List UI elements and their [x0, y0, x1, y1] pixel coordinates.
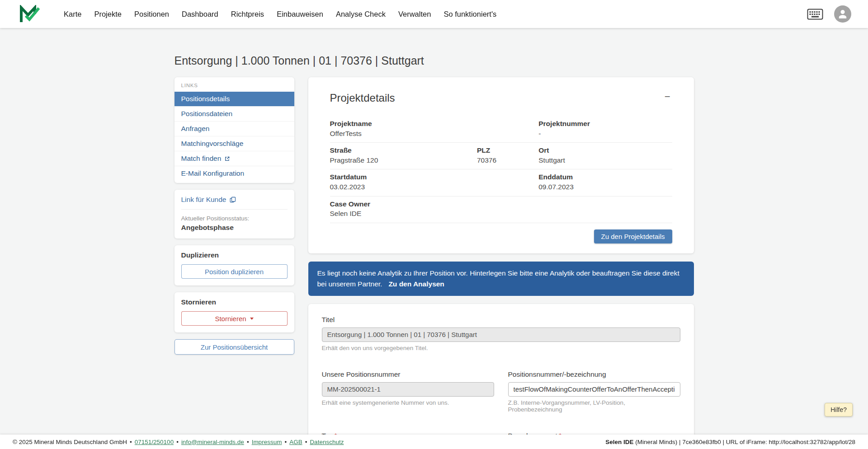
nav-item-dashboard[interactable]: Dashboard: [182, 10, 218, 19]
footer-session-info: Selen IDE (Mineral Minds) | 7ce360e83fb0…: [605, 439, 855, 445]
duplicate-card: Duplizieren Position duplizieren: [175, 245, 294, 285]
cancel-position-button[interactable]: Stornieren: [181, 311, 288, 326]
footer-user: Selen IDE: [605, 439, 633, 445]
main-column: Projektdetails − Projektname OfferTests …: [308, 77, 694, 449]
position-status-value: Angebotsphase: [181, 224, 288, 232]
links-card: LINKS Positionsdetails Positionsdateien …: [175, 77, 294, 183]
impressum-link[interactable]: Impressum: [252, 439, 282, 445]
nav-item-karte[interactable]: Karte: [64, 10, 81, 19]
titel-label: Titel: [322, 316, 680, 324]
account-menu-button[interactable]: [834, 5, 851, 23]
avatar: [834, 5, 851, 23]
footer-session-details: (Mineral Minds) | 7ce360e83fb0 | URL of …: [633, 439, 855, 445]
project-field: Case Owner Selen IDE: [330, 200, 477, 218]
sidebar-item-match-finden[interactable]: Match finden: [175, 151, 294, 166]
project-field: Startdatum 03.02.2023: [330, 173, 477, 191]
project-details-card: Projektdetails − Projektname OfferTests …: [308, 77, 694, 253]
separator: •: [284, 439, 287, 445]
project-field: Ort Stuttgart: [538, 146, 672, 164]
posnr-input: [322, 382, 494, 397]
footer-left: © 2025 Mineral Minds Deutschland GmbH • …: [13, 439, 344, 445]
copy-icon: [230, 196, 236, 203]
project-field-row: Case Owner Selen IDE: [330, 196, 672, 223]
project-field: Straße Pragstraße 120: [330, 146, 477, 164]
person-icon: [837, 8, 849, 20]
page-container: Entsorgung | 1.000 Tonnen | 01 | 70376 |…: [175, 0, 694, 449]
duplicate-heading: Duplizieren: [181, 251, 288, 259]
position-overview-button[interactable]: Zur Positionsübersicht: [175, 339, 294, 355]
extnr-label: Positionsnummer/-bezeichnung: [508, 370, 680, 379]
project-field-row: Straße Pragstraße 120 PLZ 70376 Ort Stut…: [330, 143, 672, 169]
analytics-banner: Es liegt noch keine Analytik zu Ihrer Po…: [308, 262, 694, 296]
project-field: Projektname OfferTests: [330, 120, 477, 138]
separator: •: [247, 439, 249, 445]
sidebar-item-matchingvorschlaege[interactable]: Matchingvorschläge: [175, 136, 294, 151]
nav-item-positionen[interactable]: Positionen: [134, 10, 169, 19]
top-navbar: Karte Projekte Positionen Dashboard Rich…: [0, 0, 868, 28]
external-link-icon: [224, 156, 230, 162]
nav-item-richtpreis[interactable]: Richtpreis: [231, 10, 264, 19]
position-status-label: Aktueller Positionsstatus:: [181, 215, 288, 222]
collapse-button[interactable]: −: [663, 92, 672, 102]
position-form-card: Titel Erhält den von uns vorgegebenen Ti…: [308, 304, 694, 449]
customer-link[interactable]: Link für Kunde: [181, 196, 288, 210]
project-details-title: Projektdetails: [330, 92, 395, 104]
project-fields: Projektname OfferTests Projektnummer - S…: [330, 116, 672, 223]
sidebar-item-anfragen[interactable]: Anfragen: [175, 121, 294, 136]
links-header: LINKS: [175, 81, 294, 92]
sidebar-item-label: Match finden: [181, 154, 222, 163]
footer: © 2025 Mineral Minds Deutschland GmbH • …: [0, 435, 868, 449]
sidebar: LINKS Positionsdetails Positionsdateien …: [175, 77, 294, 355]
customer-link-label: Link für Kunde: [181, 196, 226, 204]
datenschutz-link[interactable]: Datenschutz: [310, 439, 344, 445]
position-number-field-group: Unsere Positionsnummer Erhält eine syste…: [322, 370, 494, 413]
nav-item-projekte[interactable]: Projekte: [94, 10, 122, 19]
phone-link[interactable]: 07151/250100: [135, 439, 174, 445]
logo-icon: [19, 5, 40, 23]
help-button[interactable]: Hilfe?: [825, 403, 853, 416]
page-title: Entsorgung | 1.000 Tonnen | 01 | 70376 |…: [175, 54, 694, 67]
analytics-banner-text: Es liegt noch keine Analytik zu Ihrer Po…: [317, 269, 679, 288]
separator: •: [130, 439, 132, 445]
keyboard-button[interactable]: [807, 9, 823, 20]
logo[interactable]: [19, 5, 40, 23]
extnr-helper: Z.B. Interne-Vorgangsnummer, LV-Position…: [508, 399, 680, 413]
project-field-row: Startdatum 03.02.2023 Enddatum 09.07.202…: [330, 169, 672, 196]
analyses-link[interactable]: Zu den Analysen: [388, 280, 444, 288]
separator: •: [305, 439, 307, 445]
caret-down-icon: [250, 318, 254, 320]
nav-item-so-funktionierts[interactable]: So funktioniert's: [443, 10, 496, 19]
keyboard-icon: [807, 9, 823, 20]
email-link[interactable]: info@mineral-minds.de: [181, 439, 244, 445]
project-field-row: Projektname OfferTests Projektnummer -: [330, 116, 672, 143]
posnr-helper: Erhält eine systemgenerierte Nummer von …: [322, 399, 494, 406]
agb-link[interactable]: AGB: [289, 439, 302, 445]
copyright-text: © 2025 Mineral Minds Deutschland GmbH: [13, 439, 127, 445]
nav-item-einbauweisen[interactable]: Einbauweisen: [277, 10, 323, 19]
project-details-link-button[interactable]: Zu den Projektdetails: [594, 229, 672, 243]
duplicate-position-button[interactable]: Position duplizieren: [181, 264, 288, 279]
project-field: Projektnummer -: [538, 120, 672, 138]
titel-input: [322, 327, 680, 342]
status-card: Link für Kunde Aktueller Positionsstatus…: [175, 190, 294, 239]
titel-helper: Erhält den von uns vorgegebenen Titel.: [322, 345, 680, 351]
separator: •: [176, 439, 179, 445]
posnr-label: Unsere Positionsnummer: [322, 370, 494, 379]
project-field: PLZ 70376: [477, 146, 538, 164]
project-field: Enddatum 09.07.2023: [538, 173, 672, 191]
cancel-heading: Stornieren: [181, 298, 288, 306]
nav-item-analyse-check[interactable]: Analyse Check: [336, 10, 386, 19]
external-number-field-group: Positionsnummer/-bezeichnung Z.B. Intern…: [508, 370, 680, 413]
main-nav: Karte Projekte Positionen Dashboard Rich…: [64, 10, 496, 19]
extnr-input[interactable]: [508, 382, 680, 397]
nav-item-verwalten[interactable]: Verwalten: [398, 10, 431, 19]
sidebar-item-email-konfiguration[interactable]: E-Mail Konfiguration: [175, 166, 294, 181]
navbar-right: [807, 5, 851, 23]
cancel-button-label: Stornieren: [215, 315, 246, 323]
sidebar-item-positionsdateien[interactable]: Positionsdateien: [175, 106, 294, 121]
sidebar-item-positionsdetails[interactable]: Positionsdetails: [175, 92, 294, 106]
cancel-card: Stornieren Stornieren: [175, 292, 294, 332]
